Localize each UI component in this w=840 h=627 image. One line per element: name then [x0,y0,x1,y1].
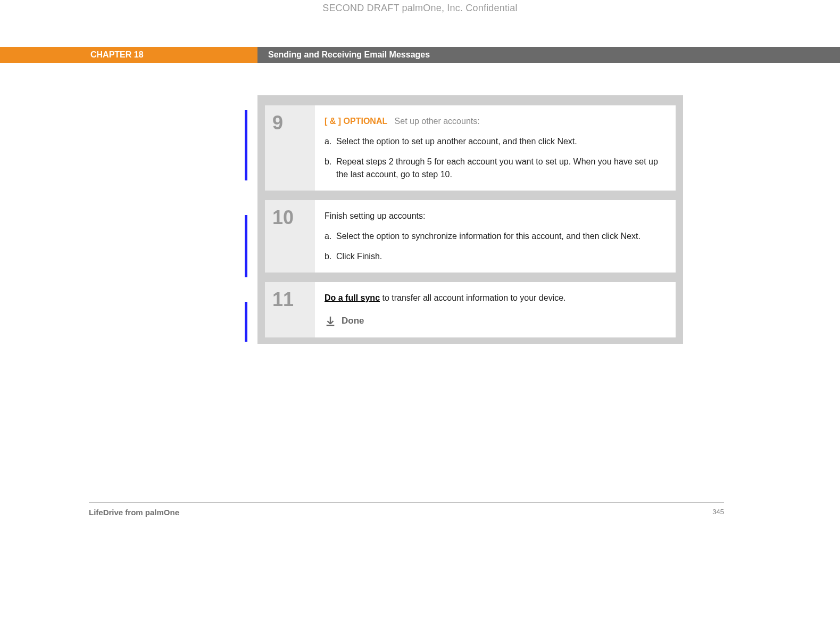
page-number: 345 [712,508,724,517]
step-number: 9 [265,105,315,191]
change-bar [245,302,247,342]
sub-letter: a. [325,135,336,148]
steps-container: 9 [ & ] OPTIONAL Set up other accounts: … [257,95,683,344]
footer-rule [89,502,724,502]
sub-text: Repeat steps 2 through 5 for each accoun… [336,155,664,181]
step-sub-item: b. Click Finish. [325,250,664,263]
step-row: 11 Do a full sync to transfer all accoun… [265,282,676,337]
step-sub-item: a. Select the option to synchronize info… [325,230,664,243]
sync-link[interactable]: Do a full sync [325,293,380,302]
change-bar [245,110,247,180]
page-footer: LifeDrive from palmOne 345 [89,508,724,517]
change-bar [245,215,247,277]
chapter-title: Sending and Receiving Email Messages [257,47,840,63]
optional-label: OPTIONAL [344,117,388,126]
chapter-bar: CHAPTER 18 Sending and Receiving Email M… [0,47,840,63]
step-text-line: Do a full sync to transfer all account i… [325,292,664,304]
step-intro: Finish setting up accounts: [325,210,664,222]
sub-text: Select the option to set up another acco… [336,135,664,148]
done-arrow-icon [325,315,336,327]
step-rest-text: to transfer all account information to y… [380,293,566,302]
step-sub-item: a. Select the option to set up another a… [325,135,664,148]
draft-header: SECOND DRAFT palmOne, Inc. Confidential [0,3,840,14]
step-number: 11 [265,282,315,337]
step-content: [ & ] OPTIONAL Set up other accounts: a.… [315,105,676,191]
chapter-label: CHAPTER 18 [0,47,257,63]
step-intro: [ & ] OPTIONAL Set up other accounts: [325,115,664,128]
optional-prefix: [ & ] [325,117,341,126]
sub-text: Select the option to synchronize informa… [336,230,664,243]
sub-letter: a. [325,230,336,243]
step-content: Do a full sync to transfer all account i… [315,282,676,337]
step-number: 10 [265,200,315,273]
sub-text: Click Finish. [336,250,664,263]
done-row: Done [325,314,664,328]
footer-product: LifeDrive from palmOne [89,508,179,517]
step-content: Finish setting up accounts: a. Select th… [315,200,676,273]
optional-intro-text: Set up other accounts: [390,117,480,126]
done-label: Done [342,314,364,328]
step-sub-item: b. Repeat steps 2 through 5 for each acc… [325,155,664,181]
step-row: 9 [ & ] OPTIONAL Set up other accounts: … [265,105,676,191]
sub-letter: b. [325,155,336,181]
step-row: 10 Finish setting up accounts: a. Select… [265,200,676,273]
sub-letter: b. [325,250,336,263]
